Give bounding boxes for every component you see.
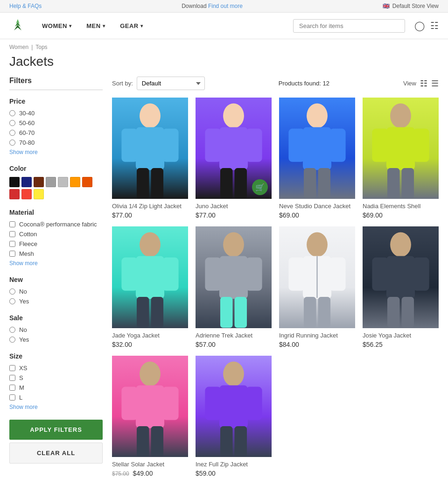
price-option-70-80[interactable]: 70-80 [9, 139, 103, 146]
logo[interactable] [9, 17, 26, 34]
product-name-3: Neve Studio Dance Jacket [279, 203, 355, 210]
main-nav: WOMEN ▾ MEN ▾ GEAR ▾ [35, 19, 149, 33]
product-grid: Olivia 1/4 Zip Light Jacket $77.00 🛒 Jun [112, 98, 439, 477]
product-card-9[interactable]: Stellar Solar Jacket $75.00 $49.00 [112, 356, 188, 477]
color-black[interactable] [9, 177, 20, 187]
product-name-2: Juno Jacket [196, 203, 272, 210]
color-yellow[interactable] [34, 189, 44, 199]
svg-rect-4 [136, 127, 164, 170]
price-option-30-40[interactable]: 30-40 [9, 110, 103, 117]
price-show-more[interactable]: Show more [9, 149, 103, 155]
color-dark-blue[interactable] [21, 177, 32, 187]
size-xs[interactable]: XS [9, 365, 103, 372]
price-filter: Price 30-40 50-60 60-70 70-80 Show more [9, 98, 103, 155]
svg-rect-53 [136, 385, 164, 428]
main-layout: Filters Price 30-40 50-60 60-70 70-80 Sh… [0, 77, 448, 477]
size-show-more[interactable]: Show more [9, 404, 103, 410]
product-price-6: $57.00 [196, 341, 272, 348]
store-view-label: Default Store View [392, 3, 439, 9]
product-card-4[interactable]: Nadia Elements Shell $69.00 [363, 98, 439, 219]
size-s[interactable]: S [9, 374, 103, 381]
list-view-icon[interactable]: ☰ [431, 78, 439, 89]
product-name-6: Adrienne Trek Jacket [196, 332, 272, 339]
svg-rect-5 [121, 129, 138, 162]
account-icon[interactable]: ◯ [414, 20, 425, 31]
color-gray[interactable] [46, 177, 56, 187]
material-filter: Material Cocona® performance fabric Cott… [9, 209, 103, 267]
svg-rect-20 [318, 168, 330, 199]
svg-rect-34 [219, 256, 248, 299]
size-l[interactable]: L [9, 394, 103, 401]
price-option-50-60[interactable]: 50-60 [9, 120, 103, 127]
svg-rect-37 [220, 297, 232, 328]
material-filter-title: Material [9, 209, 103, 216]
nav-men[interactable]: MEN ▾ [80, 19, 112, 33]
original-price-9: $75.00 [112, 471, 129, 477]
search-bar[interactable] [293, 19, 405, 33]
cart-icon[interactable]: ☷ [430, 20, 439, 31]
sale-no[interactable]: No [9, 326, 103, 333]
product-image-9 [112, 356, 188, 457]
color-dark-orange[interactable] [82, 177, 92, 187]
sort-select[interactable]: Default Price: Low to High Price: High t… [137, 77, 205, 90]
search-input[interactable] [299, 22, 399, 29]
svg-rect-23 [372, 129, 388, 162]
product-card-2[interactable]: 🛒 Juno Jacket $77.00 [196, 98, 272, 219]
product-card-6[interactable]: Adrienne Trek Jacket $57.00 [196, 226, 272, 348]
price-option-60-70[interactable]: 60-70 [9, 129, 103, 136]
product-image-2: 🛒 [196, 98, 272, 199]
material-show-more[interactable]: Show more [9, 260, 103, 267]
apply-filters-button[interactable]: APPLY FILTERS [9, 420, 103, 440]
svg-rect-22 [386, 127, 415, 170]
product-card-8[interactable]: Josie Yoga Jacket $56.25 [363, 226, 439, 348]
products-toolbar: Sort by: Default Price: Low to High Pric… [112, 77, 439, 90]
product-card-10[interactable]: Inez Full Zip Jacket $59.00 [196, 356, 272, 477]
material-fleece[interactable]: Fleece [9, 240, 103, 247]
svg-point-21 [390, 104, 411, 128]
new-yes[interactable]: Yes [9, 298, 103, 305]
product-price-4: $69.00 [363, 211, 439, 219]
new-no[interactable]: No [9, 288, 103, 295]
color-orange[interactable] [70, 177, 80, 187]
color-red[interactable] [9, 189, 20, 199]
help-faqs-link[interactable]: Help & FAQs [9, 3, 42, 9]
svg-point-3 [140, 104, 161, 128]
color-brown[interactable] [34, 177, 44, 187]
product-name-10: Inez Full Zip Jacket [196, 461, 272, 468]
svg-marker-2 [14, 25, 21, 30]
filters-title: Filters [9, 77, 103, 90]
sale-yes[interactable]: Yes [9, 336, 103, 343]
nav-women[interactable]: WOMEN ▾ [35, 19, 78, 33]
material-cocona[interactable]: Cocona® performance fabric [9, 221, 103, 228]
clear-all-button[interactable]: CLEAR ALL [9, 443, 103, 464]
product-card-7[interactable]: Ingrid Running Jacket $84.00 [279, 226, 355, 348]
svg-rect-62 [220, 426, 232, 457]
breadcrumb-tops: Tops [35, 44, 47, 50]
sidebar: Filters Price 30-40 50-60 60-70 70-80 Sh… [9, 77, 103, 477]
material-mesh[interactable]: Mesh [9, 250, 103, 257]
svg-point-58 [223, 361, 244, 386]
breadcrumb-women[interactable]: Women [9, 44, 28, 50]
product-card-3[interactable]: Neve Studio Dance Jacket $69.00 [279, 98, 355, 219]
svg-rect-25 [387, 168, 399, 199]
nav-gear[interactable]: GEAR ▾ [113, 19, 149, 33]
product-price-1: $77.00 [112, 211, 188, 219]
svg-rect-18 [329, 129, 346, 162]
svg-rect-63 [235, 426, 247, 457]
sale-filter-title: Sale [9, 314, 103, 322]
material-cotton[interactable]: Cotton [9, 231, 103, 238]
product-card-5[interactable]: Jade Yoga Jacket $32.00 [112, 226, 188, 348]
color-bright-red[interactable] [21, 189, 32, 199]
color-light-gray[interactable] [58, 177, 68, 187]
size-m[interactable]: M [9, 384, 103, 391]
sale-filter: Sale No Yes [9, 314, 103, 343]
product-image-10 [196, 356, 272, 457]
view-label: View [403, 80, 416, 87]
grid-view-icon[interactable]: ☷ [420, 78, 427, 89]
find-out-more-link[interactable]: Find out more [208, 3, 243, 9]
product-card-1[interactable]: Olivia 1/4 Zip Light Jacket $77.00 [112, 98, 188, 219]
page-title: Jackets [0, 52, 448, 77]
svg-rect-45 [318, 297, 330, 328]
svg-rect-61 [246, 387, 262, 420]
svg-rect-12 [246, 129, 262, 162]
